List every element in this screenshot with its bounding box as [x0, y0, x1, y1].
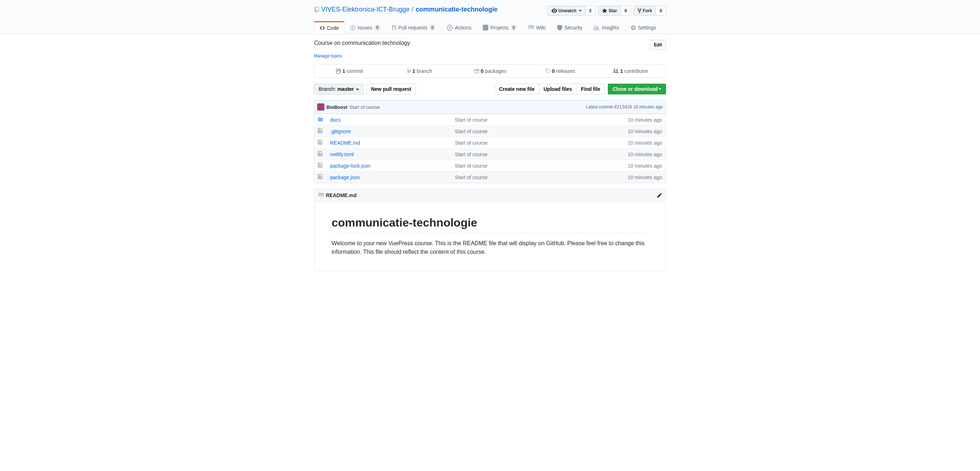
file-row: README.mdStart of course10 minutes ago	[314, 137, 666, 149]
manage-topics-link[interactable]: Manage topics	[314, 54, 342, 59]
tab-settings-label: Settings	[638, 25, 656, 30]
fork-icon	[638, 8, 641, 14]
file-link[interactable]: package.json	[330, 174, 360, 180]
repo-header: VIVES-Elektronica-ICT-Brugge / communica…	[314, 6, 666, 16]
pencil-icon[interactable]	[657, 192, 662, 198]
package-icon	[474, 68, 479, 74]
new-pr-button[interactable]: New pull request	[366, 84, 416, 94]
file-link[interactable]: README.md	[330, 140, 360, 146]
tab-wiki[interactable]: Wiki	[522, 22, 551, 34]
readme-filename: README.md	[326, 192, 357, 198]
tab-projects-label: Projects	[490, 25, 509, 30]
file-row: .gitignoreStart of course10 minutes ago	[314, 126, 666, 137]
commits-stat[interactable]: 1 commit	[314, 65, 385, 78]
branch-select[interactable]: Branch: master	[314, 84, 364, 94]
file-time: 10 minutes ago	[556, 126, 666, 137]
issues-icon	[350, 25, 355, 30]
file-nav: Branch: master New pull request Create n…	[314, 84, 666, 94]
file-row: netlify.tomlStart of course10 minutes ag…	[314, 149, 666, 160]
tab-pulls[interactable]: Pull requests0	[386, 22, 442, 34]
tab-wiki-label: Wiki	[536, 25, 545, 30]
tab-code-label: Code	[327, 25, 339, 31]
tab-security-label: Security	[564, 25, 583, 30]
star-button[interactable]: Star	[598, 6, 621, 16]
upload-files-button[interactable]: Upload files	[539, 84, 577, 94]
file-commit-msg[interactable]: Start of course	[451, 160, 556, 171]
branches-stat[interactable]: 1 branch	[385, 65, 455, 78]
tab-actions[interactable]: Actions	[441, 22, 477, 34]
file-row: package-lock.jsonStart of course10 minut…	[314, 160, 666, 171]
star-icon	[602, 8, 607, 14]
file-commit-msg[interactable]: Start of course	[451, 149, 556, 160]
file-time: 10 minutes ago	[556, 149, 666, 160]
readme-box: README.md communicatie-technologie Welco…	[314, 189, 666, 271]
file-time: 10 minutes ago	[556, 160, 666, 171]
readme-body: Welcome to your new VuePress course. Thi…	[332, 239, 648, 256]
tab-actions-label: Actions	[455, 25, 471, 30]
commit-author[interactable]: BioBoost	[326, 105, 347, 110]
file-list: docsStart of course10 minutes ago.gitign…	[314, 114, 666, 183]
tag-icon	[545, 68, 550, 74]
fork-label: Fork	[643, 7, 652, 14]
separator: /	[412, 6, 414, 13]
pr-icon	[392, 25, 396, 30]
pulls-count: 0	[430, 24, 436, 31]
tab-issues-label: Issues	[358, 25, 372, 30]
caret-icon	[356, 89, 359, 90]
projects-icon	[483, 25, 488, 30]
watch-count[interactable]: 3	[585, 6, 596, 16]
branch-icon	[407, 68, 411, 74]
file-link[interactable]: netlify.toml	[330, 152, 354, 157]
latest-commit-bar: BioBoost Start of course Latest commit d…	[314, 100, 666, 114]
edit-button[interactable]: Edit	[650, 40, 666, 50]
repo-tabs: Code Issues0 Pull requests0 Actions Proj…	[314, 22, 666, 34]
fork-button[interactable]: Fork	[634, 6, 656, 16]
packages-stat[interactable]: 0 packages	[455, 65, 525, 78]
file-commit-msg[interactable]: Start of course	[451, 114, 556, 126]
tab-code[interactable]: Code	[314, 21, 345, 34]
readme-title: communicatie-technologie	[332, 216, 648, 233]
commit-icon	[336, 68, 341, 74]
people-icon	[613, 68, 619, 74]
tab-insights[interactable]: Insights	[588, 22, 625, 34]
tab-projects[interactable]: Projects0	[477, 22, 522, 34]
star-label: Star	[609, 7, 617, 14]
star-count[interactable]: 0	[621, 6, 631, 16]
tab-issues[interactable]: Issues0	[345, 22, 386, 34]
file-link[interactable]: docs	[330, 117, 341, 123]
projects-count: 0	[511, 24, 517, 31]
contributors-stat[interactable]: 1 contributor	[595, 65, 666, 78]
find-file-button[interactable]: Find file	[576, 84, 605, 94]
wiki-icon	[528, 25, 534, 30]
repo-icon	[314, 7, 320, 13]
actions-icon	[447, 25, 453, 30]
fork-count[interactable]: 0	[656, 6, 666, 16]
file-commit-msg[interactable]: Start of course	[451, 126, 556, 137]
create-file-button[interactable]: Create new file	[494, 84, 539, 94]
commit-time: 10 minutes ago	[633, 105, 663, 109]
shield-icon	[557, 25, 562, 30]
gear-icon	[631, 25, 636, 30]
unwatch-button[interactable]: Unwatch	[547, 6, 585, 16]
caret-icon	[659, 88, 661, 90]
file-link[interactable]: .gitignore	[330, 128, 351, 134]
file-time: 10 minutes ago	[556, 171, 666, 183]
file-commit-msg[interactable]: Start of course	[451, 171, 556, 183]
clone-button[interactable]: Clone or download	[608, 84, 666, 94]
releases-stat[interactable]: 0 releases	[525, 65, 596, 78]
file-link[interactable]: package-lock.json	[330, 163, 371, 169]
latest-commit-label: Latest commit	[586, 105, 613, 109]
tab-settings[interactable]: Settings	[625, 22, 662, 34]
tab-security[interactable]: Security	[551, 22, 589, 34]
owner-link[interactable]: VIVES-Elektronica-ICT-Brugge	[321, 6, 409, 13]
commit-sha[interactable]: d213d26	[614, 105, 632, 109]
file-commit-msg[interactable]: Start of course	[451, 137, 556, 149]
commit-message[interactable]: Start of course	[350, 105, 380, 110]
file-time: 10 minutes ago	[556, 137, 666, 149]
tab-insights-label: Insights	[602, 25, 619, 30]
file-time: 10 minutes ago	[556, 114, 666, 126]
repo-link[interactable]: communicatie-technologie	[416, 6, 498, 13]
avatar[interactable]	[317, 103, 325, 111]
code-icon	[320, 25, 325, 31]
repo-title: VIVES-Elektronica-ICT-Brugge / communica…	[314, 6, 498, 13]
